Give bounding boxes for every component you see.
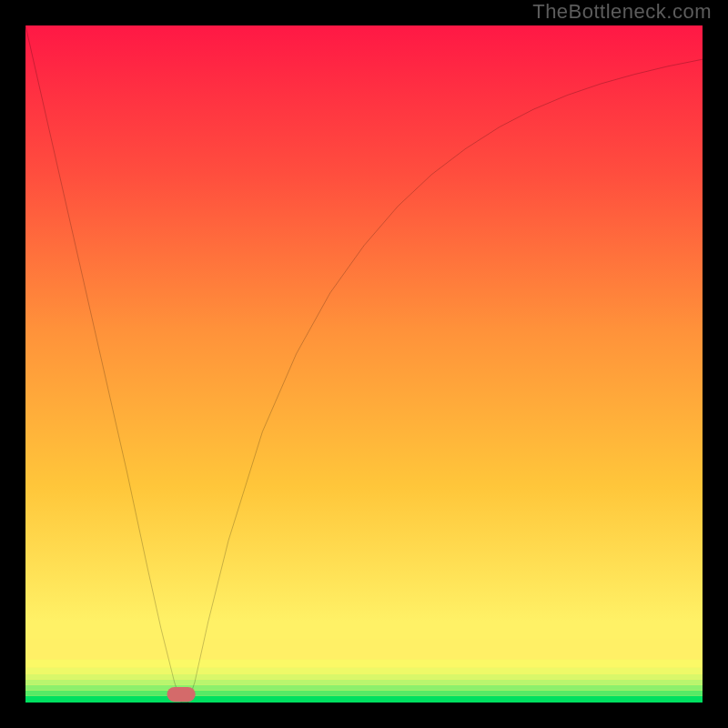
bottom-band <box>25 674 703 680</box>
bottom-band <box>25 685 703 691</box>
plot-area <box>25 25 703 703</box>
bottom-band <box>25 691 703 696</box>
watermark-text: TheBottleneck.com <box>532 0 712 24</box>
bottom-band <box>25 667 703 673</box>
bottom-band <box>25 680 703 685</box>
bottom-band-group <box>25 638 703 703</box>
chart-svg <box>25 25 703 703</box>
bottom-band <box>25 659 703 667</box>
gradient-background <box>25 25 703 703</box>
bottom-band <box>25 696 703 703</box>
target-marker <box>167 687 195 702</box>
bottom-band <box>25 638 703 659</box>
chart-frame: TheBottleneck.com <box>0 0 728 728</box>
